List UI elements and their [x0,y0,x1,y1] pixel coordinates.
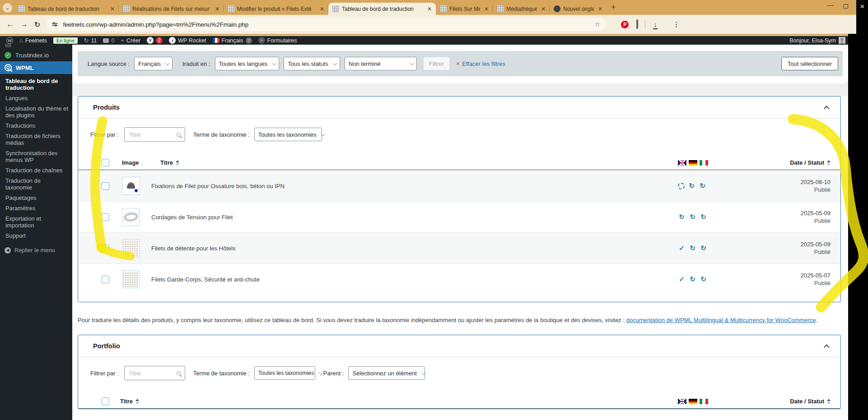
account-menu[interactable]: Bonjour, Elsa-Sym [789,36,845,45]
submenu-item-translations[interactable]: Traductions [0,120,72,131]
product-title[interactable]: Cordages de Tension pour Filet [151,214,233,221]
site-info-icon[interactable] [52,22,58,27]
check-status-icon[interactable]: ✓ [678,276,686,283]
tab-close-icon[interactable]: ✕ [483,6,490,12]
row-checkbox[interactable] [102,182,109,190]
select-all-checkbox[interactable] [102,397,109,405]
reload-button[interactable]: ↻ [34,20,40,29]
sync-status-icon[interactable]: ↻ [699,182,706,190]
site-link[interactable]: ⌂ Feelnets [19,37,47,44]
language-switcher-menu[interactable]: Français ? [213,37,252,44]
tab-close-icon[interactable]: ✕ [214,6,221,12]
browser-tab-7[interactable]: Nouvel onglet ✕ [550,3,607,15]
wp-logo-menu[interactable]: W [6,37,13,44]
products-panel-header[interactable]: Produits [78,97,840,119]
submenu-item-translation-dashboard[interactable]: Tableau de bord de traduction [0,76,72,93]
submenu-item-menu-sync[interactable]: Synchronisation des menus WP [0,148,72,165]
sync-status-icon[interactable]: ↻ [688,182,695,190]
portfolio-title-search-input[interactable] [124,366,185,380]
browser-menu-icon[interactable]: ⋮ [673,20,680,28]
tab-close-icon[interactable]: ✕ [597,6,604,12]
browser-tab-5[interactable]: Filets Sur Mesure pour Hôtels - ✕ [436,3,493,15]
product-title[interactable]: Fixations de Filet pour Ossature bois, b… [151,183,285,189]
extensions-puzzle-icon[interactable] [636,20,638,28]
portfolio-panel-header[interactable]: Portfolio [78,335,840,357]
wp-rocket-menu[interactable]: ◖ WP Rocket [169,37,206,44]
bookmark-star-icon[interactable]: ☆ [594,20,600,28]
forms-menu[interactable]: ≡ Formulaires [258,37,297,44]
select-all-button[interactable]: Tout sélectionner [781,57,838,70]
updates-menu[interactable]: ↻ 11 [84,37,97,44]
submenu-item-media-translation[interactable]: Traduction de fichiers médias [0,131,72,148]
tab-close-icon[interactable]: ✕ [426,6,433,12]
status-select[interactable]: Tous les statuts [284,57,340,70]
sidebar-item-wpml[interactable]: Q WPML [0,61,72,74]
submenu-item-packages[interactable]: Paquetages [0,193,72,203]
submenu-item-settings[interactable]: Paramètres [0,203,72,213]
address-bar[interactable]: feelnets.com/wp-admin/admin.php?page=tm%… [47,18,606,31]
sync-status-icon[interactable]: ↻ [700,245,707,252]
sort-icon[interactable] [827,160,831,166]
back-button[interactable]: ← [6,20,14,29]
source-language-select[interactable]: Français [134,57,173,70]
yoast-seo-menu[interactable]: Y 2 [147,37,163,44]
submenu-item-export-import[interactable]: Exportation et importation [0,213,72,231]
window-maximize-button[interactable] [844,4,848,9]
portfolio-parent-select[interactable]: Sélectionnez un élément [348,366,425,380]
date-status-column-header[interactable]: Date / Statut [790,159,831,166]
submenu-item-languages[interactable]: Langues [0,93,72,103]
product-title[interactable]: Filets Garde-Corps, Sécurité et anti-chu… [151,276,260,283]
products-taxonomy-select[interactable]: Toutes les taxonomies [254,128,322,141]
tab-close-icon[interactable]: ✕ [318,6,326,12]
tab-close-icon[interactable]: ✕ [540,6,547,12]
pinterest-extension-icon[interactable]: P [621,21,629,28]
window-close-button[interactable]: ✕ [860,3,865,10]
submenu-item-string-translation[interactable]: Traduction de chaînes [0,165,72,175]
sync-status-icon[interactable]: ↻ [689,213,696,221]
collapse-menu-button[interactable]: ◀ Replier le menu [0,247,72,254]
browser-tab-2[interactable]: Réalisations de Filets sur mesur ✕ [119,3,224,15]
completion-select[interactable]: Non terminé [345,57,417,70]
new-tab-button[interactable]: + [611,3,616,12]
browser-tab-4-active[interactable]: Tableau de bord de traduction ✕ [328,3,436,15]
title-column-header[interactable]: Titre [160,159,179,166]
filter-button[interactable]: Filtrer [423,57,450,70]
row-checkbox[interactable] [102,276,109,283]
downloads-icon[interactable]: ↓ [653,20,658,28]
sync-status-icon[interactable]: ↻ [689,245,696,252]
forward-button[interactable]: → [20,20,28,29]
row-checkbox[interactable] [102,213,109,221]
tab-search-chevron-icon[interactable]: ⌄ [3,3,12,13]
browser-tab-3[interactable]: Modifier le produit « Filets Exté ✕ [224,3,328,15]
sort-icon[interactable] [135,399,139,404]
sidebar-item-trustindex[interactable]: ✓ Trustindex.io [0,49,72,61]
browser-tab-6[interactable]: Médiathèque ‹ Feelnets — Wor ✕ [493,3,550,15]
title-column-header[interactable]: Titre [120,398,139,405]
check-status-icon[interactable]: ✓ [678,245,686,252]
browser-tab-1[interactable]: Tableau de bord de traduction ✕ [14,3,119,15]
url-text[interactable]: feelnets.com/wp-admin/admin.php?page=tm%… [63,21,594,28]
sync-status-icon[interactable]: ↻ [700,276,707,283]
submenu-item-taxonomy-translation[interactable]: Traduction de taxonomie [0,175,72,193]
comments-menu[interactable]: 0 [103,37,114,44]
select-all-checkbox[interactable] [102,159,109,166]
product-title[interactable]: Filets de détente pour les Hôtels [151,245,235,252]
clear-filters-link[interactable]: × Effacer les filtres [456,60,505,67]
tab-close-icon[interactable]: ✕ [109,6,116,12]
sort-icon[interactable] [827,399,831,404]
products-title-search-input[interactable] [124,127,185,142]
new-content-menu[interactable]: + Créer [121,37,140,44]
target-language-select[interactable]: Toutes les langues [215,57,280,70]
row-checkbox[interactable] [102,245,109,252]
submenu-item-support[interactable]: Support [0,231,72,241]
wpml-documentation-link[interactable]: documentation de WPML Multilingual & Mul… [626,317,816,323]
window-minimize-button[interactable]: — [827,1,834,9]
portfolio-taxonomy-select[interactable]: Toutes les taxonomies [254,366,315,380]
sync-status-icon[interactable]: ↻ [700,213,707,221]
sync-status-icon[interactable]: ↻ [689,276,696,283]
submenu-item-theme-localization[interactable]: Localisation du thème et des plugins [0,103,72,120]
sort-icon[interactable] [176,160,179,166]
progress-status-icon[interactable] [678,183,685,189]
sync-status-icon[interactable]: ↻ [678,213,686,221]
date-status-column-header[interactable]: Date / Statut [790,398,831,405]
